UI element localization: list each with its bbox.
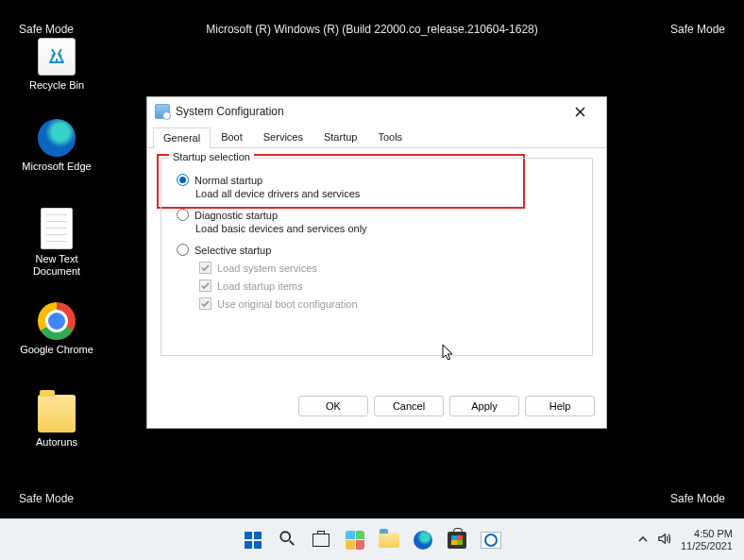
tab-tools[interactable]: Tools: [367, 127, 413, 147]
chrome-icon: [38, 302, 76, 340]
cancel-button[interactable]: Cancel: [374, 396, 444, 416]
group-label: Startup selection: [169, 151, 254, 162]
desktop-new-text-document[interactable]: New Text Document: [19, 208, 94, 278]
search-button[interactable]: [275, 528, 299, 552]
tab-general[interactable]: General: [153, 127, 211, 148]
clock-date: 11/25/2021: [681, 540, 733, 552]
recycle-bin-icon: [38, 38, 76, 76]
safe-mode-bottom-left: Safe Mode: [19, 492, 74, 505]
chk-label: Use original boot configuration: [217, 298, 358, 310]
text-document-icon: [41, 208, 73, 249]
svg-rect-3: [254, 541, 262, 549]
dialog-title-text: System Configuration: [176, 105, 284, 118]
option-diagnostic-startup[interactable]: Diagnostic startup Load basic devices an…: [177, 209, 581, 234]
ok-button[interactable]: OK: [298, 396, 368, 416]
svg-rect-1: [254, 532, 262, 539]
tab-content-general: Startup selection Normal startup Load al…: [147, 148, 606, 394]
edge-icon: [414, 531, 432, 550]
tab-services[interactable]: Services: [253, 127, 313, 147]
apply-button[interactable]: Apply: [449, 396, 519, 416]
safe-mode-top-right: Safe Mode: [670, 23, 725, 36]
radio-diagnostic[interactable]: [177, 209, 189, 221]
system-configuration-dialog[interactable]: System Configuration General Boot Servic…: [146, 96, 607, 429]
option-normal-startup[interactable]: Normal startup Load all device drivers a…: [177, 174, 581, 199]
task-view-icon: [313, 534, 330, 547]
system-tray[interactable]: 4:50 PM 11/25/2021: [638, 528, 733, 552]
msconfig-taskbar-button[interactable]: [479, 528, 503, 552]
dialog-titlebar[interactable]: System Configuration: [147, 97, 606, 126]
store-button[interactable]: [445, 528, 469, 552]
file-explorer-icon: [379, 533, 399, 548]
task-view-button[interactable]: [309, 528, 333, 552]
edge-icon: [38, 119, 76, 157]
option-desc: Load all device drivers and services: [195, 188, 581, 199]
safe-mode-top-left: Safe Mode: [19, 23, 74, 36]
windows-logo-icon: [244, 531, 262, 550]
msconfig-icon: [481, 532, 501, 549]
option-label: Normal startup: [194, 175, 262, 186]
folder-icon: [38, 395, 76, 433]
option-label: Selective startup: [194, 245, 271, 256]
startup-selection-group: Startup selection Normal startup Load al…: [161, 158, 593, 356]
radio-normal[interactable]: [177, 174, 189, 186]
mouse-cursor-icon: [442, 344, 455, 363]
option-label: Diagnostic startup: [194, 210, 278, 221]
msconfig-icon: [155, 104, 170, 119]
desktop-recycle-bin[interactable]: Recycle Bin: [19, 38, 94, 92]
windows-build-header: Microsoft (R) Windows (R) (Build 22000.c…: [206, 23, 538, 36]
dialog-button-row: OK Cancel Apply Help: [147, 394, 606, 428]
tab-boot[interactable]: Boot: [211, 127, 253, 147]
desktop-icon-label: New Text Document: [19, 253, 94, 278]
svg-point-4: [280, 532, 290, 541]
chk-load-startup-items: Load startup items: [199, 280, 581, 292]
svg-rect-0: [245, 532, 252, 539]
desktop-chrome[interactable]: Google Chrome: [19, 302, 94, 356]
file-explorer-button[interactable]: [377, 528, 401, 552]
desktop-icon-label: Recycle Bin: [19, 79, 94, 92]
checkbox-icon: [199, 280, 211, 292]
option-desc: Load basic devices and services only: [195, 223, 581, 234]
checkbox-icon: [199, 297, 211, 310]
desktop-icon-label: Microsoft Edge: [19, 161, 94, 173]
volume-icon[interactable]: [657, 532, 671, 548]
radio-selective[interactable]: [177, 244, 189, 256]
store-icon: [448, 532, 466, 549]
desktop-icon-label: Autoruns: [19, 436, 94, 449]
taskbar-center: [241, 528, 503, 552]
safe-mode-bottom-right: Safe Mode: [670, 492, 725, 505]
desktop-autoruns[interactable]: Autoruns: [19, 395, 94, 449]
clock-time: 4:50 PM: [681, 528, 733, 540]
checkbox-icon: [199, 262, 211, 274]
chk-label: Load system services: [217, 263, 317, 274]
tray-overflow-button[interactable]: [638, 535, 648, 546]
taskbar[interactable]: 4:50 PM 11/25/2021: [0, 518, 744, 560]
widgets-icon: [346, 531, 364, 550]
tabs-row: General Boot Services Startup Tools: [147, 126, 606, 148]
tab-startup[interactable]: Startup: [313, 127, 367, 147]
close-button[interactable]: [561, 97, 599, 126]
chk-load-system-services: Load system services: [199, 262, 581, 274]
start-button[interactable]: [241, 528, 265, 552]
desktop-icon-label: Google Chrome: [19, 344, 94, 356]
option-selective-startup[interactable]: Selective startup: [177, 244, 581, 256]
desktop-edge[interactable]: Microsoft Edge: [19, 119, 94, 173]
clock[interactable]: 4:50 PM 11/25/2021: [681, 528, 733, 552]
edge-taskbar-button[interactable]: [411, 528, 435, 552]
search-icon: [279, 530, 296, 551]
close-icon: [575, 107, 585, 117]
chk-use-original-boot-config: Use original boot configuration: [199, 297, 581, 310]
widgets-button[interactable]: [343, 528, 367, 552]
help-button[interactable]: Help: [525, 396, 595, 416]
svg-rect-2: [245, 541, 252, 549]
chk-label: Load startup items: [217, 280, 303, 292]
